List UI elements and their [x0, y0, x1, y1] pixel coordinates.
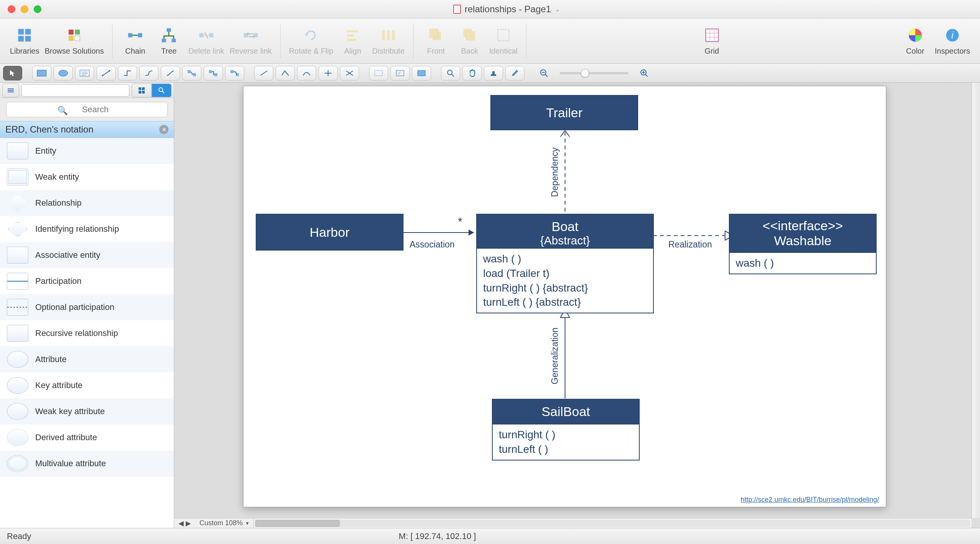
tree-icon	[160, 26, 178, 44]
eyedropper-tool[interactable]	[505, 66, 524, 80]
title-dropdown-chevron-icon[interactable]: ⌄	[555, 5, 560, 13]
canvas-scroll[interactable]: Trailer Harbor Boat {Abstract} wash ( ) …	[174, 83, 972, 518]
canvas-area: Trailer Harbor Boat {Abstract} wash ( ) …	[174, 83, 980, 528]
library-item-key-attribute[interactable]: Key attribute	[0, 372, 174, 398]
line-4-tool[interactable]	[318, 66, 338, 80]
pointer-tool[interactable]	[3, 66, 22, 80]
svg-rect-27	[387, 30, 390, 40]
svg-rect-50	[209, 70, 212, 73]
library-item-participation[interactable]: Participation	[0, 268, 174, 294]
svg-rect-77	[142, 87, 145, 90]
document-icon	[453, 5, 461, 14]
sidebar-filter-input[interactable]	[21, 84, 129, 97]
grid-button[interactable]: Grid	[696, 25, 728, 57]
svg-rect-9	[138, 33, 142, 38]
inspectors-button[interactable]: i Inspectors	[933, 25, 972, 57]
class-boat[interactable]: Boat {Abstract} wash ( ) load (Trailer t…	[476, 214, 654, 313]
library-item-optional-participation[interactable]: Optional participation	[0, 294, 174, 320]
label-generalization: Generalization	[550, 328, 560, 384]
identical-icon	[494, 26, 513, 44]
connector-7-tool[interactable]	[225, 66, 244, 80]
zoom-out-button[interactable]	[534, 66, 554, 80]
library-header[interactable]: ERD, Chen's notation ✕	[0, 121, 174, 138]
svg-rect-24	[347, 34, 354, 37]
line-5-tool[interactable]	[340, 66, 359, 80]
library-item-derived-attribute[interactable]: Derived attribute	[0, 424, 174, 451]
status-text: Ready	[7, 531, 31, 541]
line-2-tool[interactable]	[276, 66, 295, 80]
grid-icon	[703, 26, 721, 44]
connector-2-tool[interactable]	[118, 66, 137, 80]
svg-rect-47	[188, 70, 191, 73]
connector-6-tool[interactable]	[204, 66, 223, 80]
vertical-scrollbar[interactable]	[972, 83, 980, 518]
library-item-recursive-relationship[interactable]: Recursive relationship	[0, 320, 174, 346]
diagram-page[interactable]: Trailer Harbor Boat {Abstract} wash ( ) …	[243, 86, 886, 507]
edit-1-tool[interactable]	[369, 66, 388, 80]
line-3-tool[interactable]	[297, 66, 316, 80]
horizontal-scrollbar[interactable]	[255, 520, 970, 527]
line-1-tool[interactable]	[254, 66, 273, 80]
library-item-multivalue-attribute[interactable]: Multivalue attribute	[0, 451, 174, 477]
stamp-tool[interactable]	[484, 66, 503, 80]
sidebar-search: 🔍	[0, 98, 174, 121]
interface-washable[interactable]: <<interface>> Washable wash ( )	[729, 214, 877, 274]
browse-solutions-button[interactable]: Browse Solutions	[42, 25, 106, 57]
window-title: relationships - Page1 ⌄	[41, 4, 972, 15]
zoom-slider[interactable]	[560, 72, 629, 74]
zoom-slider-knob[interactable]	[581, 69, 589, 77]
library-item-relationship[interactable]: Relationship	[0, 190, 174, 216]
svg-line-54	[260, 71, 267, 75]
zoom-readout[interactable]: Custom 108% ▼	[196, 518, 254, 528]
zoom-window-button[interactable]	[34, 5, 41, 13]
color-button[interactable]: Color	[899, 25, 932, 57]
tree-button[interactable]: Tree	[152, 25, 185, 57]
distribute-icon	[379, 26, 398, 44]
close-window-button[interactable]	[8, 5, 15, 13]
library-item-entity[interactable]: Entity	[0, 138, 174, 164]
identical-button: Identical	[487, 25, 520, 57]
connector-5-tool[interactable]	[182, 66, 201, 80]
class-trailer[interactable]: Trailer	[490, 95, 638, 130]
svg-rect-61	[418, 70, 425, 76]
library-search-input[interactable]	[6, 102, 168, 117]
svg-point-46	[109, 70, 110, 72]
rect-tool[interactable]	[32, 66, 51, 80]
connector-1-tool[interactable]	[96, 66, 116, 80]
svg-line-49	[191, 72, 193, 75]
svg-point-45	[102, 75, 103, 76]
connector-4-tool[interactable]	[161, 66, 180, 80]
text-tool[interactable]	[75, 66, 94, 80]
page-nav[interactable]: ◀ ▶	[174, 519, 196, 528]
libraries-button[interactable]: Libraries	[8, 25, 42, 57]
library-item-attribute[interactable]: Attribute	[0, 346, 174, 372]
svg-rect-25	[347, 39, 356, 41]
library-item-associative-entity[interactable]: Associative entity	[0, 242, 174, 268]
view-grid-button[interactable]	[132, 84, 152, 97]
class-sailboat[interactable]: SailBoat turnRight ( ) turnLeft ( )	[492, 399, 640, 460]
color-wheel-icon	[906, 26, 924, 44]
close-library-button[interactable]: ✕	[159, 125, 168, 134]
library-item-weak-entity[interactable]: Weak entity	[0, 164, 174, 190]
library-item-identifying-relationship[interactable]: Identifying relationship	[0, 216, 174, 242]
chain-button[interactable]: Chain	[119, 25, 152, 57]
ellipse-tool[interactable]	[54, 66, 73, 80]
connector-3-tool[interactable]	[139, 66, 158, 80]
source-url[interactable]: http://sce2.umkc.edu/BIT/burrise/pl/mode…	[741, 496, 879, 504]
sidebar-settings-button[interactable]	[2, 84, 19, 97]
class-harbor[interactable]: Harbor	[256, 214, 403, 251]
zoom-tool[interactable]	[441, 66, 460, 80]
edit-3-tool[interactable]	[412, 66, 431, 80]
sidebar-top-controls	[0, 83, 174, 98]
view-search-button[interactable]	[152, 84, 172, 97]
zoom-in-button[interactable]	[635, 66, 654, 80]
hand-tool[interactable]	[462, 66, 482, 80]
minimize-window-button[interactable]	[21, 5, 28, 13]
svg-rect-4	[69, 29, 74, 34]
svg-rect-6	[69, 36, 74, 41]
svg-point-62	[448, 70, 452, 75]
library-item-weak-key-attribute[interactable]: Weak key attribute	[0, 398, 174, 424]
reverse-link-icon	[242, 26, 260, 44]
edit-2-tool[interactable]	[390, 66, 410, 80]
boat-methods: wash ( ) load (Trailer t) turnRight ( ) …	[477, 248, 653, 313]
